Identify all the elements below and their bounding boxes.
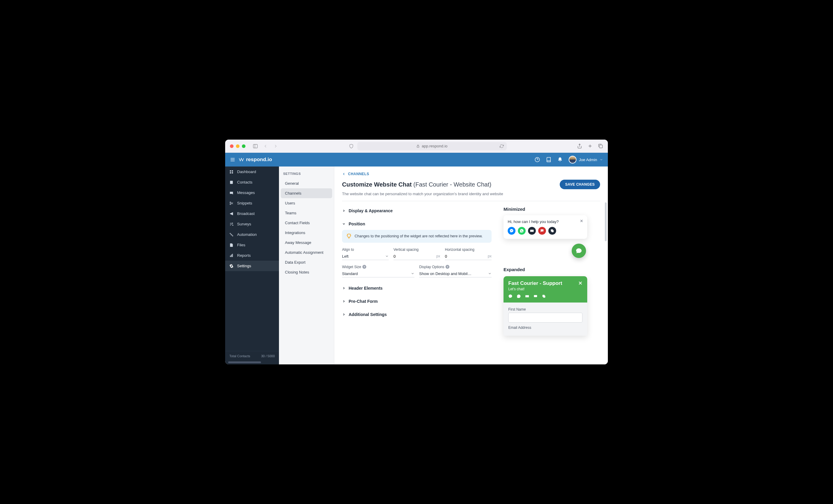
nav-broadcast[interactable]: Broadcast (225, 208, 279, 219)
vertical-input[interactable]: px (394, 253, 440, 260)
email-label: Email Address (508, 326, 582, 330)
vertical-label: Vertical spacing (394, 247, 440, 252)
settings-item-data-export[interactable]: Data Export (281, 257, 332, 267)
messenger-icon[interactable] (508, 294, 513, 298)
svg-rect-0 (253, 144, 257, 148)
section-header-elements[interactable]: Header Elements (342, 286, 492, 291)
svg-point-23 (230, 233, 231, 234)
minimize-window-icon[interactable] (236, 144, 239, 148)
settings-item-general[interactable]: General (281, 178, 332, 188)
email-icon[interactable] (528, 227, 536, 235)
nav-dashboard[interactable]: Dashboard (225, 167, 279, 177)
reload-icon[interactable] (500, 144, 504, 148)
maximize-window-icon[interactable] (242, 144, 245, 148)
section-additional[interactable]: Additional Settings (342, 312, 492, 317)
whatsapp-icon[interactable] (517, 294, 521, 298)
save-button[interactable]: SAVE CHANGES (560, 179, 600, 189)
browser-chrome: app.respond.io (225, 140, 608, 153)
logo[interactable]: respond.io (239, 157, 272, 163)
shield-icon[interactable] (349, 144, 354, 149)
nav-surveys[interactable]: Surveys (225, 219, 279, 229)
nav-files[interactable]: Files (225, 240, 279, 250)
first-name-input[interactable] (508, 313, 582, 322)
svg-rect-11 (232, 170, 233, 171)
close-icon[interactable] (578, 281, 583, 286)
svg-point-21 (233, 225, 233, 225)
first-name-label: First Name (508, 307, 582, 311)
webchat-icon[interactable] (548, 227, 556, 235)
email-icon[interactable] (525, 294, 529, 298)
preview-expanded-label: Expanded (503, 267, 587, 272)
settings-item-teams[interactable]: Teams (281, 208, 332, 218)
svg-point-20 (232, 223, 233, 223)
settings-title: SETTINGS (279, 171, 334, 178)
section-position[interactable]: Position (342, 221, 492, 226)
close-icon[interactable] (579, 219, 584, 223)
files-icon (229, 243, 234, 247)
settings-item-contact-fields[interactable]: Contact Fields (281, 218, 332, 228)
share-icon[interactable] (577, 143, 582, 149)
svg-line-26 (232, 235, 232, 236)
align-select[interactable]: Left (342, 253, 389, 260)
svg-rect-27 (230, 256, 231, 257)
traffic-lights (230, 144, 245, 148)
bell-icon[interactable] (557, 157, 563, 162)
settings-item-integrations[interactable]: Integrations (281, 228, 332, 238)
settings-item-users[interactable]: Users (281, 198, 332, 208)
webchat-icon[interactable] (542, 294, 546, 298)
nav-settings[interactable]: Settings (225, 261, 279, 271)
nav-automation[interactable]: Automation (225, 229, 279, 240)
svg-rect-29 (232, 254, 233, 257)
messages-icon (229, 191, 234, 195)
docs-icon[interactable] (546, 157, 551, 162)
display-options-select[interactable]: Show on Desktop and Mobil… (419, 270, 492, 278)
user-menu[interactable]: Joe Admin (569, 156, 603, 164)
reports-icon (229, 254, 234, 258)
help-icon[interactable] (534, 157, 540, 162)
preview-minimized-card: Hi, how can I help you today? (503, 215, 587, 239)
nav-contacts[interactable]: Contacts (225, 177, 279, 187)
chevron-right-icon (342, 313, 346, 316)
content-scrollbar[interactable] (605, 202, 606, 241)
nav-snippets[interactable]: Snippets (225, 198, 279, 208)
widget-size-select[interactable]: Standard (342, 270, 414, 278)
horizontal-label: Horizontal spacing (445, 247, 492, 252)
align-label: Align to (342, 247, 389, 252)
messenger-icon[interactable] (508, 227, 516, 235)
svg-rect-10 (230, 170, 231, 171)
back-icon[interactable] (263, 144, 268, 149)
close-window-icon[interactable] (230, 144, 234, 148)
help-icon[interactable]: ? (446, 265, 449, 269)
horizontal-input[interactable]: px (445, 253, 492, 260)
avatar (569, 156, 576, 164)
settings-item-closing-notes[interactable]: Closing Notes (281, 267, 332, 277)
nav-reports[interactable]: Reports (225, 250, 279, 261)
svg-rect-33 (552, 230, 554, 232)
section-display-appearance[interactable]: Display & Appearance (342, 208, 492, 213)
svg-rect-28 (231, 255, 232, 257)
settings-item-away-message[interactable]: Away Message (281, 238, 332, 247)
chat-fab[interactable] (572, 244, 586, 258)
forward-icon[interactable] (273, 144, 278, 149)
svg-rect-13 (232, 172, 233, 173)
tabs-icon[interactable] (598, 143, 603, 149)
chevron-down-icon (599, 158, 603, 162)
settings-item-channels[interactable]: Channels (281, 188, 332, 198)
gear-icon (229, 264, 234, 268)
help-icon[interactable]: ? (362, 265, 366, 269)
chevron-right-icon (342, 299, 346, 303)
section-prechat[interactable]: Pre-Chat Form (342, 299, 492, 304)
sidebar-icon[interactable] (253, 143, 258, 149)
expanded-subtitle: Let's chat! (508, 287, 582, 291)
new-tab-icon[interactable] (588, 143, 593, 149)
nav-messages[interactable]: Messages (225, 187, 279, 198)
svg-line-25 (231, 234, 231, 234)
menu-icon[interactable] (230, 157, 235, 162)
url-bar[interactable]: app.respond.io (357, 142, 507, 150)
sms-icon[interactable] (533, 294, 538, 298)
sms-icon[interactable] (538, 227, 546, 235)
settings-item-automatic-assignment[interactable]: Automatic Assignment (281, 247, 332, 257)
nav-scrollbar[interactable] (228, 361, 261, 363)
whatsapp-icon[interactable] (518, 227, 526, 235)
breadcrumb[interactable]: CHANNELS (342, 172, 600, 176)
